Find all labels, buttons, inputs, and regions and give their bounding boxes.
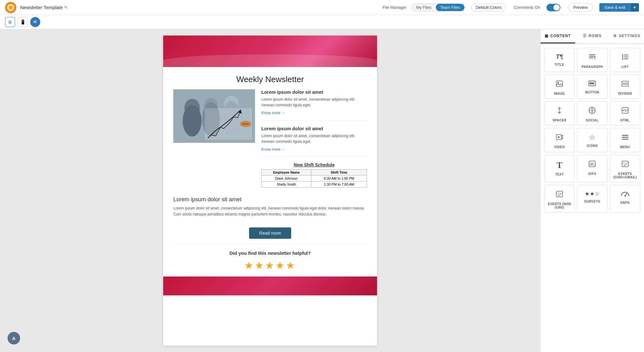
content-tab-label: CONTENT [550,34,571,38]
topbar: Newsletter Template ✎ File Manager My Fi… [0,0,644,15]
preview-button[interactable]: Preview [568,3,593,12]
content-item-surveys[interactable]: ★★☆ SURVEYS [577,185,607,213]
spacer-label: SPACER [552,119,566,122]
svg-text:GIF: GIF [590,163,594,165]
svg-rect-25 [622,81,629,83]
know-more-link-2[interactable]: Know more → [261,147,285,152]
device-toolbar: 🖥 📱 👁 [0,15,644,29]
social-icon [588,107,596,116]
svg-rect-38 [622,135,628,136]
comments-on-label: Comments On [514,5,540,10]
tab-settings[interactable]: ⚙ SETTINGS [609,29,644,43]
mobile-view-button[interactable]: 📱 [18,17,28,27]
paragraph-icon: ¶ [588,53,596,63]
gifs-icon: GIF [588,160,596,170]
button-icon [588,80,596,88]
employee-name-1: Dave Johnson [262,176,311,182]
content-item-icons[interactable]: ☆ ICONS [577,128,607,152]
app-logo [5,2,16,13]
table-row: Dave Johnson 6:30 AM to 1:00 PM [262,176,367,182]
content-item-html[interactable]: HTML [610,101,640,126]
gifs-label: GIFS [588,172,596,176]
desktop-view-button[interactable]: 🖥 [5,17,15,27]
image-icon [556,80,563,89]
right-panel: ▦ CONTENT ☰ ROWS ⚙ SETTINGS T¶ TITLE [540,29,644,352]
content-item-video[interactable]: VIDEO [544,128,575,152]
right-col-block-1: Lorem ipsum dolor sit amet Lorem ipsum d… [261,89,367,121]
surveys-label: SURVEYS [584,200,600,203]
preview-eye-button[interactable]: 👁 [30,17,40,27]
content-item-text[interactable]: T TEXT [544,155,575,182]
my-files-button[interactable]: My Files [412,4,436,11]
content-item-paragraph[interactable]: ¶ PARAGRAPH [577,48,607,72]
events-non-o365-icon [556,190,563,200]
surveys-icon: ★★☆ [585,190,600,197]
enps-label: ENPS [620,201,630,204]
save-exit-dropdown-arrow[interactable]: ▾ [630,3,639,12]
save-exit-group: Save & exit ▾ [599,3,639,12]
star-rating[interactable]: ★★★★★ [173,260,367,271]
edit-title-icon[interactable]: ✎ [64,5,68,10]
default-colors-button[interactable]: Default Colors [471,3,506,11]
col-header-name: Employee Name [262,170,311,176]
svg-text:¶: ¶ [594,57,596,60]
svg-rect-11 [589,54,595,55]
icons-icon: ☆ [589,133,595,142]
html-icon [621,107,629,116]
file-manager-toggle: My Files Team Files [412,3,465,11]
svg-rect-46 [556,191,563,197]
content-item-button[interactable]: BUTTON [577,75,607,99]
comments-toggle[interactable] [547,4,560,11]
content-item-divider[interactable]: DIVIDER [610,75,640,99]
content-item-spacer[interactable]: SPACER [544,101,575,126]
know-more-link-1[interactable]: Know more → [261,111,285,115]
svg-point-22 [558,82,559,83]
content-item-title[interactable]: T¶ TITLE [544,48,575,72]
shift-time-2: 1:30 PM to 7:00 AM [311,182,367,187]
newsletter-title-row: Weekly Newsletter [163,67,377,89]
content-item-gifs[interactable]: GIF GIFS [577,155,607,182]
list-label: LIST [621,65,629,69]
right-col-block-2: Lorem ipsum dolor sit amet Lorem ipsum d… [261,126,367,157]
video-icon [556,133,563,143]
svg-point-49 [625,195,626,197]
settings-tab-icon: ⚙ [613,34,617,38]
page-title-text: Newsletter Template [20,5,63,10]
text-icon: T [557,160,563,170]
content-item-image[interactable]: IMAGE [544,75,575,99]
social-label: SOCIAL [586,119,599,122]
avatar[interactable]: A [8,332,20,344]
svg-rect-39 [622,137,628,138]
enps-icon [621,190,630,198]
svg-point-19 [622,58,623,59]
svg-rect-24 [590,83,594,84]
content-item-social[interactable]: SOCIAL [577,101,607,126]
content-item-menu[interactable]: MENU [610,128,640,152]
icons-label: ICONS [587,144,597,148]
rows-tab-label: ROWS [589,34,602,38]
read-more-button[interactable]: Read more [249,227,291,239]
block-2-title: Lorem ipsum dolor sit amet [261,126,367,131]
tab-rows[interactable]: ☰ ROWS [575,29,610,43]
svg-rect-10 [242,123,249,125]
image-label: IMAGE [554,92,565,95]
save-exit-button[interactable]: Save & exit [599,3,630,12]
content-item-enps[interactable]: ENPS [610,185,640,213]
newsletter-image[interactable] [173,89,255,143]
tab-content[interactable]: ▦ CONTENT [541,29,575,43]
employee-name-2: Shelly Smith [262,182,311,187]
svg-rect-20 [624,59,628,59]
events-o365-icon [621,160,629,170]
team-files-button[interactable]: Team Files [436,4,464,11]
schedule-title: New Shift Schedule [261,162,367,167]
paragraph-label: PARAGRAPH [581,65,603,69]
content-item-events-o365[interactable]: EVENTS (O365+GMAIL) [610,155,640,182]
content-item-list[interactable]: LIST [610,48,640,72]
svg-rect-44 [622,161,628,167]
svg-point-17 [622,56,623,58]
survey-section: Did you find this newsletter helpful? ★★… [173,244,367,277]
menu-icon [621,133,629,143]
svg-line-35 [625,109,625,112]
content-item-events-non-o365[interactable]: EVENTS (NON O365) [544,185,575,213]
file-manager-label: File Manager [383,5,407,10]
